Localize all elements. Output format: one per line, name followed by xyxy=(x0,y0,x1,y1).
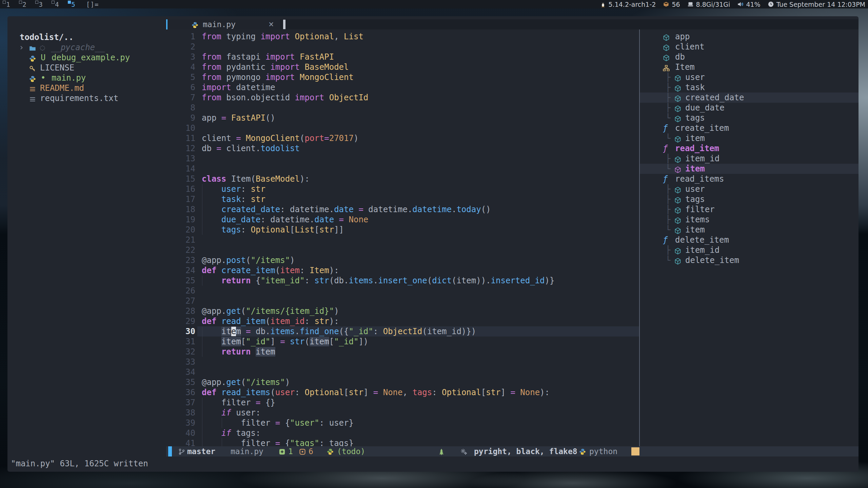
tree-connector: ├ xyxy=(666,215,670,225)
speaker-icon xyxy=(737,1,744,7)
code-line-20[interactable]: 20 tags: Optional[List[str]] xyxy=(166,225,639,235)
code-line-17[interactable]: 17 task: str xyxy=(166,194,639,204)
outline-item-task[interactable]: ├task xyxy=(640,82,859,93)
code-line-6[interactable]: 6import datetime xyxy=(166,82,639,93)
code-line-37[interactable]: 37 filter = {} xyxy=(166,398,639,408)
tab-close-icon[interactable]: × xyxy=(269,19,274,29)
workspace-button-5[interactable]: 5 xyxy=(65,0,81,8)
tree-item-requirements-txt[interactable]: requirements.txt xyxy=(7,93,166,103)
outline-item-delete_item[interactable]: ƒdelete_item xyxy=(640,235,859,245)
code-line-32[interactable]: 32 return item xyxy=(166,347,639,357)
command-line[interactable]: "main.py" 63L, 1625C written xyxy=(7,456,859,472)
code-line-13[interactable]: 13 xyxy=(166,154,639,164)
outline-item-items[interactable]: ├items xyxy=(640,215,859,225)
outline-item-app[interactable]: app xyxy=(640,32,859,42)
line-number: 30 xyxy=(166,326,195,337)
outline-item-read_items[interactable]: ƒread_items xyxy=(640,174,859,184)
code-line-40[interactable]: 40 if tags: xyxy=(166,428,639,438)
code-line-15[interactable]: 15class Item(BaseModel): xyxy=(166,174,639,184)
function-icon: ƒ xyxy=(663,235,668,245)
code-line-10[interactable]: 10 xyxy=(166,123,639,133)
code-line-30[interactable]: 30 item = db.items.find_one({"_id": Obje… xyxy=(166,326,639,337)
code-line-16[interactable]: 16 user: str xyxy=(166,184,639,194)
code-line-1[interactable]: 1from typing import Optional, List xyxy=(166,32,639,42)
code-line-14[interactable]: 14 xyxy=(166,164,639,174)
code-line-41[interactable]: 41 filter = {"tags": tags} xyxy=(166,438,639,446)
tree-item-debug-example-py[interactable]: Udebug_example.py xyxy=(7,53,166,63)
code-line-26[interactable]: 26 xyxy=(166,286,639,296)
code-line-18[interactable]: 18 created_date: datetime.date = datetim… xyxy=(166,204,639,215)
code-line-24[interactable]: 24def create_item(item: Item): xyxy=(166,265,639,276)
volume-level: 41% xyxy=(746,1,760,8)
code-line-21[interactable]: 21 xyxy=(166,235,639,245)
code-line-19[interactable]: 19 due_date: datetime.date = None xyxy=(166,215,639,225)
outline-item-item[interactable]: └item xyxy=(640,225,859,235)
line-number: 34 xyxy=(166,367,195,377)
code-text: return {"item_id": str(db.items.insert_o… xyxy=(202,276,554,286)
code-line-36[interactable]: 36def read_items(user: Optional[str] = N… xyxy=(166,387,639,398)
outline-item-created_date[interactable]: ├created_date xyxy=(640,93,859,103)
code-line-11[interactable]: 11client = MongoClient(port=27017) xyxy=(166,133,639,143)
outline-item-item_id[interactable]: ├item_id xyxy=(640,245,859,255)
variable-cube-icon xyxy=(663,54,670,60)
code-editor[interactable]: 1from typing import Optional, List23from… xyxy=(166,29,639,446)
outline-item-create_item[interactable]: ƒcreate_item xyxy=(640,123,859,133)
variable-cube-icon xyxy=(674,155,681,162)
outline-item-item[interactable]: └item xyxy=(640,164,859,174)
code-line-25[interactable]: 25 return {"item_id": str(db.items.inser… xyxy=(166,276,639,286)
outline-item-tags[interactable]: └tags xyxy=(640,113,859,123)
code-line-2[interactable]: 2 xyxy=(166,42,639,52)
code-text: item["_id"] = str(item["_id"]) xyxy=(202,337,368,347)
outline-item-label: task xyxy=(685,82,705,93)
code-line-12[interactable]: 12db = client.todolist xyxy=(166,143,639,154)
outline-item-item[interactable]: └item xyxy=(640,133,859,143)
workspace-button-4[interactable]: 4 xyxy=(49,0,65,8)
code-line-34[interactable]: 34 xyxy=(166,367,639,377)
code-text: due_date: datetime.date = None xyxy=(202,215,368,225)
outline-item-item_id[interactable]: ├item_id xyxy=(640,154,859,164)
outline-item-tags[interactable]: ├tags xyxy=(640,194,859,204)
workspace-button-3[interactable]: 3 xyxy=(33,0,49,8)
code-line-31[interactable]: 31 item["_id"] = str(item["_id"]) xyxy=(166,337,639,347)
tree-item-main-py[interactable]: •main.py xyxy=(7,73,166,83)
code-text: user: str xyxy=(202,184,265,194)
code-line-3[interactable]: 3from fastapi import FastAPI xyxy=(166,52,639,62)
tree-root-folder[interactable]: todolist/.. xyxy=(7,32,166,42)
line-number: 4 xyxy=(166,62,195,72)
outline-item-read_item[interactable]: ƒread_item xyxy=(640,143,859,154)
code-line-8[interactable]: 8 xyxy=(166,103,639,113)
outline-item-user[interactable]: ├user xyxy=(640,72,859,82)
outline-item-client[interactable]: client xyxy=(640,42,859,52)
outline-item-Item[interactable]: Item xyxy=(640,62,859,72)
tree-item-readme-md[interactable]: README.md xyxy=(7,83,166,93)
code-line-35[interactable]: 35@app.get("/items") xyxy=(166,377,639,387)
code-text: item = db.items.find_one({"_id": ObjectI… xyxy=(202,326,476,337)
outline-item-label: tags xyxy=(685,194,705,204)
outline-item-filter[interactable]: ├filter xyxy=(640,204,859,215)
tree-connector: └ xyxy=(666,164,670,174)
outline-item-delete_item[interactable]: └delete_item xyxy=(640,255,859,265)
code-line-33[interactable]: 33 xyxy=(166,357,639,367)
outline-item-due_date[interactable]: ├due_date xyxy=(640,103,859,113)
code-line-9[interactable]: 9app = FastAPI() xyxy=(166,113,639,123)
workspace-button-2[interactable]: 2 xyxy=(16,0,33,8)
code-line-4[interactable]: 4from pydantic import BaseModel xyxy=(166,62,639,72)
outline-item-label: create_item xyxy=(675,123,729,133)
code-line-22[interactable]: 22 xyxy=(166,245,639,255)
code-line-5[interactable]: 5from pymongo import MongoClient xyxy=(166,72,639,82)
code-line-23[interactable]: 23@app.post("/items") xyxy=(166,255,639,265)
outline-item-db[interactable]: db xyxy=(640,52,859,62)
outline-item-user[interactable]: ├user xyxy=(640,184,859,194)
tab-main-py[interactable]: main.py × xyxy=(167,19,280,29)
code-line-7[interactable]: 7from bson.objectid import ObjectId xyxy=(166,93,639,103)
code-line-28[interactable]: 28@app.get("/items/{item_id}") xyxy=(166,306,639,316)
code-line-29[interactable]: 29def read_item(item_id: str): xyxy=(166,316,639,326)
chevron-right-icon[interactable]: › xyxy=(19,42,24,53)
code-line-39[interactable]: 39 filter = {"user": user} xyxy=(166,418,639,428)
key-icon xyxy=(29,64,36,71)
code-line-38[interactable]: 38 if user: xyxy=(166,408,639,418)
tree-item-license[interactable]: LICENSE xyxy=(7,63,166,73)
code-line-27[interactable]: 27 xyxy=(166,296,639,306)
workspace-button-1[interactable]: 1 xyxy=(0,0,16,8)
tree-item--pycache-[interactable]: ›◌__pycache__ xyxy=(7,42,166,53)
